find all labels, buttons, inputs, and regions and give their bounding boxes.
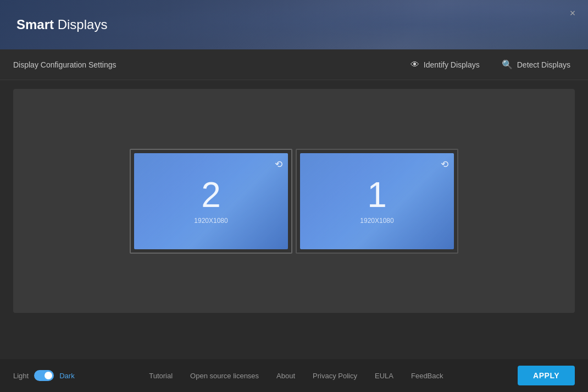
close-icon: ×	[570, 8, 576, 19]
theme-light-label: Light	[13, 372, 29, 380]
config-bar: Display Configuration Settings 👁 Identif…	[0, 49, 588, 80]
config-actions: 👁 Identify Displays 🔍 Detect Displays	[406, 57, 575, 72]
monitor-2-screen[interactable]: ⟲ 2 1920X1080	[134, 153, 288, 249]
theme-toggle-thumb	[45, 372, 52, 379]
monitor-2-rotate-icon[interactable]: ⟲	[275, 159, 282, 170]
header: Smart Displays ×	[0, 0, 588, 49]
app-title: Smart Displays	[16, 17, 107, 32]
footer-link-tutorial[interactable]: Tutorial	[149, 372, 173, 380]
monitor-2-wrapper[interactable]: ⟲ 2 1920X1080	[130, 149, 292, 254]
monitor-1-resolution: 1920X1080	[360, 217, 393, 225]
monitor-2-number: 2	[201, 177, 221, 212]
detect-displays-label: Detect Displays	[517, 60, 570, 69]
footer-link-eula[interactable]: EULA	[375, 372, 393, 380]
apply-button[interactable]: APPLY	[518, 366, 575, 385]
config-title: Display Configuration Settings	[13, 60, 406, 69]
identify-displays-label: Identify Displays	[424, 60, 480, 69]
identify-displays-button[interactable]: 👁 Identify Displays	[406, 58, 484, 72]
detect-displays-button[interactable]: 🔍 Detect Displays	[497, 57, 575, 72]
monitor-1-screen[interactable]: ⟲ 1 1920X1080	[300, 153, 454, 249]
app-title-bold: Smart	[16, 17, 54, 32]
app-title-rest: Displays	[54, 17, 107, 32]
monitors-container: ⟲ 2 1920X1080 ⟲ 1 1920X1080	[130, 149, 458, 254]
theme-toggle: Light Dark	[13, 370, 75, 381]
monitor-1-number: 1	[367, 177, 387, 212]
monitor-1-rotate-icon[interactable]: ⟲	[441, 159, 448, 170]
footer-link-feedback[interactable]: FeedBack	[411, 372, 443, 380]
monitor-1-wrapper[interactable]: ⟲ 1 1920X1080	[296, 149, 458, 254]
bottom-bar: Light Dark Tutorial Open source licenses…	[0, 359, 588, 392]
footer-links: Tutorial Open source licenses About Priv…	[75, 372, 518, 380]
close-button[interactable]: ×	[566, 7, 579, 20]
theme-toggle-track[interactable]	[34, 370, 54, 381]
monitor-2-resolution: 1920X1080	[194, 217, 228, 225]
footer-link-opensource[interactable]: Open source licenses	[190, 372, 259, 380]
eye-icon: 👁	[411, 60, 419, 70]
search-icon: 🔍	[502, 59, 513, 70]
footer-link-about[interactable]: About	[276, 372, 295, 380]
footer-link-privacy[interactable]: Privacy Policy	[313, 372, 357, 380]
display-area: ⟲ 2 1920X1080 ⟲ 1 1920X1080	[13, 89, 575, 313]
theme-dark-label: Dark	[59, 372, 74, 380]
